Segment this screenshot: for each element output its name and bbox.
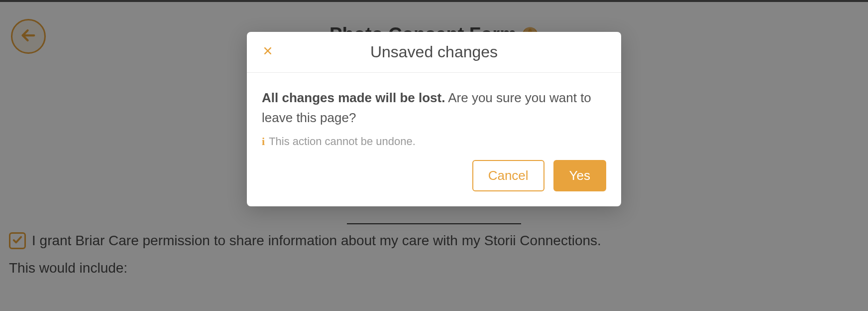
info-icon: i: [262, 135, 265, 148]
modal-message-bold: All changes made will be lost.: [262, 90, 445, 105]
modal-warning-text: This action cannot be undone.: [269, 135, 416, 148]
unsaved-changes-modal: Unsaved changes All changes made will be…: [247, 32, 621, 206]
yes-button[interactable]: Yes: [553, 160, 606, 191]
modal-body: All changes made will be lost. Are you s…: [247, 73, 621, 160]
close-button[interactable]: [262, 46, 274, 58]
modal-footer: Cancel Yes: [247, 160, 621, 206]
modal-message: All changes made will be lost. Are you s…: [262, 88, 606, 128]
modal-warning: i This action cannot be undone.: [262, 135, 606, 148]
modal-overlay[interactable]: Unsaved changes All changes made will be…: [0, 0, 868, 311]
cancel-button[interactable]: Cancel: [472, 160, 544, 191]
modal-header: Unsaved changes: [247, 32, 621, 73]
modal-title: Unsaved changes: [262, 43, 606, 61]
close-icon: [263, 46, 273, 58]
